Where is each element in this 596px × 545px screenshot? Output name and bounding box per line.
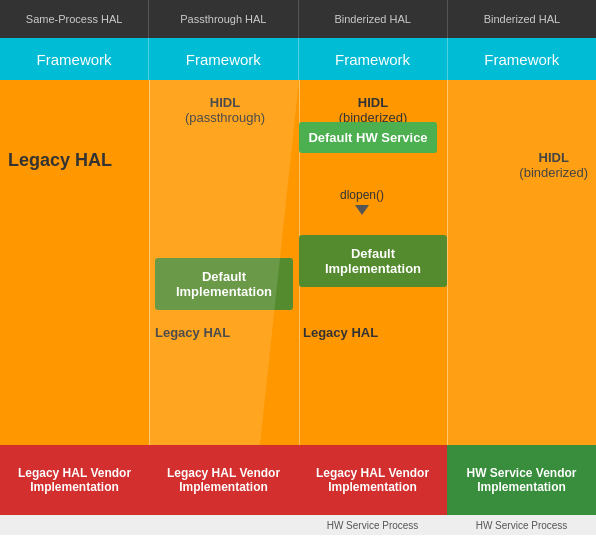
architecture-diagram: Same-Process HAL Passthrough HAL Binderi… <box>0 0 596 545</box>
default-impl-col1-label: DefaultImplementation <box>176 269 272 299</box>
process-label-2: HW Service Process <box>327 520 419 531</box>
vendor-cell-3: HW Service Vendor Implementation <box>447 445 596 515</box>
framework-cell-2: Framework <box>299 38 448 80</box>
header-cell-3: Binderized HAL <box>448 0 596 38</box>
header-cell-1: Passthrough HAL <box>149 0 298 38</box>
col-divider-3 <box>447 80 448 445</box>
header-label-0: Same-Process HAL <box>26 13 123 25</box>
vendor-label-3: HW Service Vendor Implementation <box>451 466 592 494</box>
vendor-row: Legacy HAL Vendor Implementation Legacy … <box>0 445 596 515</box>
framework-row: Framework Framework Framework Framework <box>0 38 596 80</box>
vendor-label-1: Legacy HAL Vendor Implementation <box>153 466 294 494</box>
angle-shapes-svg <box>0 80 596 445</box>
header-cell-0: Same-Process HAL <box>0 0 149 38</box>
header-label-3: Binderized HAL <box>484 13 560 25</box>
framework-label-3: Framework <box>484 51 559 68</box>
header-label-2: Binderized HAL <box>334 13 410 25</box>
vendor-cell-1: Legacy HAL Vendor Implementation <box>149 445 298 515</box>
header-cell-2: Binderized HAL <box>299 0 448 38</box>
process-cell-2: HW Service Process <box>298 515 447 535</box>
process-row: HW Service Process HW Service Process <box>0 515 596 535</box>
framework-cell-1: Framework <box>149 38 298 80</box>
header-label-1: Passthrough HAL <box>180 13 266 25</box>
process-label-3: HW Service Process <box>476 520 568 531</box>
process-cell-0 <box>0 515 149 535</box>
hidl-binderized-col2-label: HIDL(binderized) <box>303 95 443 125</box>
default-impl-col2-label: DefaultImplementation <box>325 246 421 276</box>
legacy-hal-mid-col1: Legacy HAL <box>155 325 230 340</box>
vendor-cell-2: Legacy HAL Vendor Implementation <box>298 445 447 515</box>
dlopen-label: dlopen() <box>340 188 384 202</box>
process-cell-3: HW Service Process <box>447 515 596 535</box>
svg-marker-1 <box>447 80 596 445</box>
legacy-hal-label: Legacy HAL <box>8 150 112 171</box>
process-cell-1 <box>149 515 298 535</box>
arrow-down-icon <box>355 205 369 215</box>
hw-service-box: Default HW Service <box>299 122 437 153</box>
framework-label-0: Framework <box>37 51 112 68</box>
vendor-label-0: Legacy HAL Vendor Implementation <box>4 466 145 494</box>
vendor-label-2: Legacy HAL Vendor Implementation <box>302 466 443 494</box>
header-row: Same-Process HAL Passthrough HAL Binderi… <box>0 0 596 38</box>
framework-cell-3: Framework <box>448 38 596 80</box>
framework-cell-0: Framework <box>0 38 149 80</box>
hidl-passthrough-label: HIDL(passthrough) <box>155 95 295 125</box>
dlopen-area: dlopen() <box>340 188 384 215</box>
col-divider-1 <box>149 80 150 445</box>
legacy-hal-mid-col2: Legacy HAL <box>303 325 378 340</box>
hw-service-label: Default HW Service <box>308 130 427 145</box>
framework-label-2: Framework <box>335 51 410 68</box>
vendor-cell-0: Legacy HAL Vendor Implementation <box>0 445 149 515</box>
default-impl-col1: DefaultImplementation <box>155 258 293 310</box>
hidl-binderized-col3-label: HIDL(binderized) <box>519 150 588 180</box>
default-impl-col2: DefaultImplementation <box>299 235 447 287</box>
framework-label-1: Framework <box>186 51 261 68</box>
main-area: Legacy HAL HIDL(passthrough) HIDL(binder… <box>0 80 596 445</box>
